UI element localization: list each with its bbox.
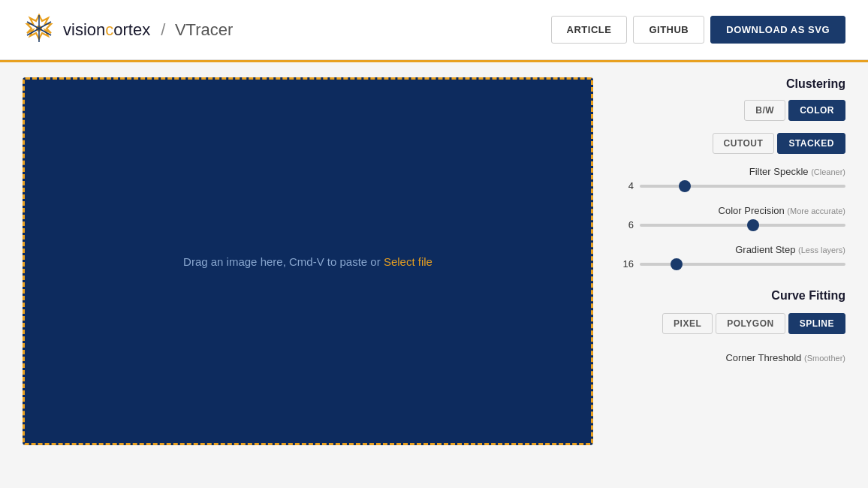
drop-zone-wrapper: Drag an image here, Cmd-V to paste or Se… [23,77,593,473]
brand-ortex: ortex [113,20,150,39]
brand-ision: ision [71,20,105,39]
cutout-button[interactable]: CUTOUT [713,133,775,154]
brand-full: visioncortex / VTracer [63,20,233,40]
article-button[interactable]: ARTICLE [551,16,628,44]
visioncortex-logo [23,14,56,47]
gradient-step-label: Gradient Step (Less layers) [616,244,845,255]
stacked-button[interactable]: STACKED [777,133,845,154]
gradient-step-row: 16 [616,258,845,270]
curve-fitting-group: PIXEL POLYGON SPLINE [616,313,845,334]
nav-buttons: ARTICLE GITHUB DOWNLOAD AS SVG [551,16,845,44]
curve-fitting-title: Curve Fitting [616,289,845,303]
corner-threshold-label: Corner Threshold (Smoother) [616,352,845,363]
spline-button[interactable]: SPLINE [788,313,845,334]
color-precision-value: 6 [616,219,634,230]
filter-speckle-label: Filter Speckle (Cleaner) [616,166,845,177]
filter-speckle-group: Filter Speckle (Cleaner) 4 [616,166,845,191]
filter-speckle-value: 4 [616,180,634,191]
download-svg-button[interactable]: DOWNLOAD AS SVG [710,16,845,44]
main-content: Drag an image here, Cmd-V to paste or Se… [0,62,868,488]
color-precision-slider[interactable] [640,224,845,227]
brand-v: v [63,20,71,39]
gradient-step-value: 16 [616,258,634,270]
drop-zone[interactable]: Drag an image here, Cmd-V to paste or Se… [23,77,593,445]
logo-area: visioncortex / VTracer [23,14,233,47]
drop-zone-text-before: Drag an image here, Cmd-V to paste or [183,255,384,268]
slash-divider: / [161,20,165,39]
color-precision-group: Color Precision (More accurate) 6 [616,205,845,230]
color-precision-label: Color Precision (More accurate) [616,205,845,216]
app-title: VTracer [175,20,233,39]
filter-speckle-slider[interactable] [640,185,845,188]
drop-zone-prompt: Drag an image here, Cmd-V to paste or Se… [183,255,432,268]
gradient-step-group: Gradient Step (Less layers) 16 [616,244,845,270]
header: visioncortex / VTracer ARTICLE GITHUB DO… [0,0,868,60]
polygon-button[interactable]: POLYGON [716,313,785,334]
color-button[interactable]: COLOR [788,100,845,121]
right-panel: Clustering B/W COLOR CUTOUT STACKED Filt… [616,77,845,473]
bw-color-group: B/W COLOR [616,100,845,121]
select-file-link[interactable]: Select file [384,255,432,268]
clustering-title: Clustering [616,77,845,91]
gradient-step-slider[interactable] [640,263,845,266]
cutout-stacked-group: CUTOUT STACKED [616,133,845,154]
github-button[interactable]: GITHUB [633,16,704,44]
brand-c: c [105,20,113,39]
bw-button[interactable]: B/W [744,100,785,121]
filter-speckle-row: 4 [616,180,845,191]
pixel-button[interactable]: PIXEL [662,313,713,334]
color-precision-row: 6 [616,219,845,230]
